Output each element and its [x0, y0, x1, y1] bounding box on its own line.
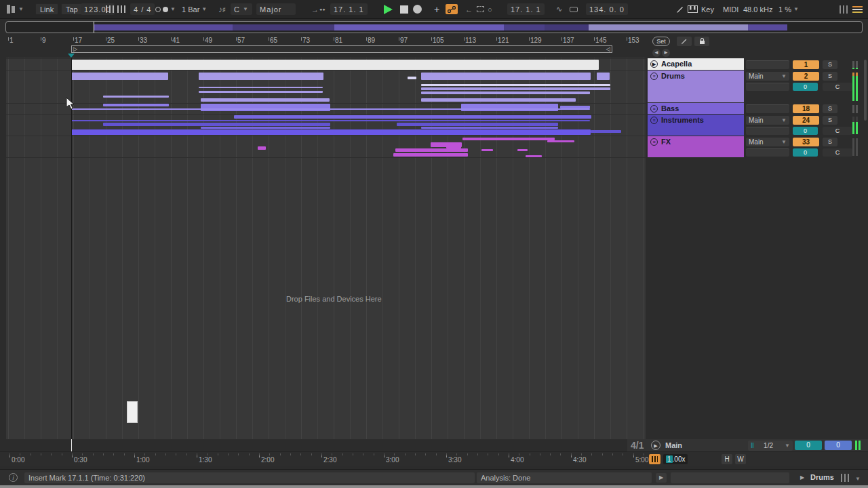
bass-track-number[interactable]: 18: [793, 104, 819, 113]
clip[interactable]: [421, 127, 558, 129]
playback-speed-field[interactable]: 1.00x: [663, 454, 688, 464]
computer-midi-keyboard-button[interactable]: [688, 3, 698, 15]
loop-brace[interactable]: ▷ ◁: [71, 45, 612, 53]
new-midi-track-button[interactable]: +: [434, 3, 439, 15]
time-signature-field[interactable]: 4 / 4: [130, 3, 155, 15]
scroll-left-button[interactable]: ◄: [652, 49, 660, 57]
clip[interactable]: [421, 87, 610, 90]
clip[interactable]: [201, 104, 330, 111]
clip[interactable]: [421, 92, 590, 94]
instruments-crossfade-button[interactable]: C: [823, 127, 852, 135]
clip[interactable]: [71, 108, 590, 110]
optimize-height-button[interactable]: H: [722, 454, 732, 464]
punch-in-icon[interactable]: ∿: [556, 3, 562, 15]
arrangement-overview[interactable]: [5, 21, 863, 33]
clip[interactable]: [481, 149, 493, 151]
midi-map-mode-button[interactable]: MIDI: [723, 3, 738, 15]
drums-crossfade-button[interactable]: C: [823, 83, 852, 91]
clip[interactable]: [395, 148, 468, 152]
capture-back-arrow-button[interactable]: ←: [465, 3, 473, 15]
preview-play-button[interactable]: ▶: [656, 473, 667, 483]
dragged-clip[interactable]: [127, 401, 138, 423]
clip[interactable]: [397, 123, 558, 126]
clip[interactable]: [397, 115, 591, 119]
track-header-drums[interactable]: ≡ Drums: [648, 70, 744, 102]
drums-track-number[interactable]: 2: [793, 72, 819, 81]
audition-mode-button[interactable]: [649, 454, 660, 464]
arrangement-position-field[interactable]: 17. 1. 1: [330, 3, 368, 15]
loop-start-field[interactable]: 17. 1. 1: [507, 3, 545, 15]
clip[interactable]: [597, 73, 610, 80]
drums-solo-button[interactable]: S: [823, 72, 837, 81]
vertical-scrollbar[interactable]: [864, 60, 867, 121]
track-preview-play-button[interactable]: ▶: [797, 473, 808, 483]
clip[interactable]: [103, 123, 330, 126]
clip[interactable]: [421, 84, 610, 86]
instruments-routing-selector[interactable]: Main▼: [746, 116, 789, 125]
track-header-acapella[interactable]: ▶ Acapella: [648, 58, 744, 70]
clip[interactable]: [408, 77, 416, 79]
clip[interactable]: [461, 104, 558, 111]
fx-track-number[interactable]: 33: [793, 138, 819, 146]
fx-pan-value[interactable]: 0: [793, 148, 818, 157]
play-circle-icon[interactable]: ▶: [651, 441, 660, 450]
key-map-mode-button[interactable]: Key: [701, 3, 714, 15]
play-button[interactable]: [384, 3, 393, 15]
clip[interactable]: [560, 106, 590, 108]
clip[interactable]: [393, 153, 468, 157]
instruments-solo-button[interactable]: S: [823, 116, 837, 125]
clip[interactable]: [71, 60, 599, 70]
scale-icon[interactable]: ♪♯: [218, 3, 226, 15]
acapella-track-number[interactable]: 1: [793, 60, 819, 69]
clip[interactable]: [71, 120, 590, 121]
selected-track-label[interactable]: Drums: [810, 473, 834, 481]
clip[interactable]: [201, 98, 330, 102]
clip[interactable]: [526, 155, 542, 157]
chevron-down-icon[interactable]: ▼: [855, 476, 861, 482]
bass-solo-button[interactable]: S: [823, 104, 837, 113]
hamburger-menu-button[interactable]: [852, 5, 863, 16]
beat-division-selector[interactable]: ‖ 1/2 ▼: [748, 441, 793, 451]
quantize-menu[interactable]: 1 Bar▼: [182, 3, 207, 15]
clip[interactable]: [71, 73, 168, 80]
fx-crossfade-button[interactable]: C: [823, 148, 852, 157]
main-volume-value[interactable]: 0: [825, 441, 852, 450]
follow-button[interactable]: →●●: [311, 3, 325, 15]
clip[interactable]: [421, 73, 591, 80]
nudge-down-button[interactable]: [106, 3, 115, 15]
beat-time-ruler[interactable]: 1917253341495765738189971051131211291371…: [0, 35, 868, 58]
midi-arrangement-overdub-button[interactable]: [446, 3, 458, 15]
insert-marker-top-icon[interactable]: [68, 54, 75, 58]
metronome-button[interactable]: ▼: [155, 3, 176, 15]
instruments-track-number[interactable]: 24: [793, 116, 819, 125]
fx-routing-selector[interactable]: Main▼: [746, 138, 789, 146]
clip[interactable]: [517, 149, 528, 151]
stop-button[interactable]: [400, 3, 408, 15]
session-automation-button[interactable]: [477, 3, 484, 15]
track-header-fx[interactable]: ≡ FX: [648, 136, 744, 157]
preferences-button[interactable]: ▼: [7, 3, 24, 15]
set-button[interactable]: Set: [652, 37, 670, 46]
time-ruler[interactable]: 0:000:301:001:302:002:303:003:304:004:30…: [0, 451, 868, 466]
loop-switch[interactable]: [570, 3, 578, 15]
re-enable-automation-button[interactable]: ○: [488, 3, 492, 15]
bass-routing-slot[interactable]: [746, 104, 789, 113]
loop-length-field[interactable]: 134. 0. 0: [586, 3, 628, 15]
clip[interactable]: [591, 130, 621, 133]
key-scale-selector[interactable]: Major: [256, 3, 296, 15]
track-header-bass[interactable]: ≡ Bass: [648, 103, 744, 114]
cpu-load-meter[interactable]: 1 %▼: [778, 3, 799, 15]
record-button[interactable]: [413, 3, 422, 15]
instruments-pan-value[interactable]: 0: [793, 127, 818, 135]
nudge-up-button[interactable]: [117, 3, 126, 15]
tap-tempo-button[interactable]: Tap: [61, 3, 83, 15]
drums-pan-value[interactable]: 0: [793, 83, 818, 91]
key-root-selector[interactable]: C▼: [231, 3, 252, 15]
drums-routing-selector[interactable]: Main▼: [746, 72, 789, 81]
grid-division-label[interactable]: 4/1: [631, 440, 644, 451]
clip[interactable]: [421, 98, 576, 102]
clip[interactable]: [258, 146, 266, 150]
acapella-solo-button[interactable]: S: [823, 60, 837, 69]
draw-mode-button[interactable]: [676, 3, 684, 15]
clip[interactable]: [199, 73, 323, 80]
